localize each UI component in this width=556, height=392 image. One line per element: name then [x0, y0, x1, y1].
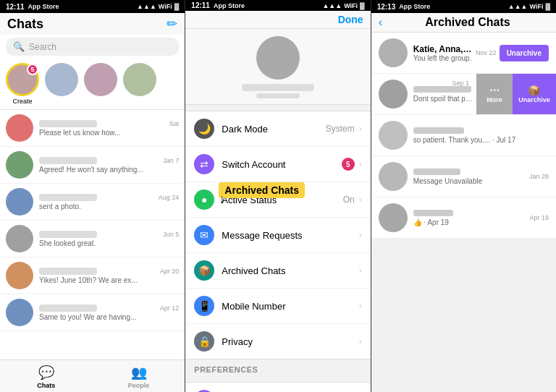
chat-name-row: Sat — [39, 120, 179, 127]
avatar — [6, 225, 33, 252]
edit-icon[interactable]: ✏ — [167, 16, 177, 32]
archived-chat-preview: Dont spoil that precious baby... — [413, 95, 473, 103]
list-item[interactable]: Aug 24 sent a photo. — [0, 184, 185, 221]
more-action[interactable]: ⋯ More — [476, 74, 513, 114]
archived-chat-name-blurred — [413, 127, 464, 134]
archived-chat-time: Nov 22 — [476, 49, 497, 56]
chat-name-row: Aug 24 — [39, 194, 179, 201]
settings-item-archived-chats[interactable]: 📦 Archived Chats › — [185, 253, 370, 289]
avatar — [379, 162, 408, 191]
unarchive-button[interactable]: Unarchive — [500, 45, 549, 61]
people-nav-label: People — [128, 382, 150, 389]
archived-chat-content: so patient. Thank you.... · Jul 17 — [413, 127, 549, 144]
chat-time: Jan 7 — [163, 157, 179, 164]
list-item[interactable]: Apr 12 Same to you! We are having... — [0, 294, 185, 331]
status-bar-panel1: 12:11 App Store ▲▲▲ WiFi ▓ — [0, 0, 185, 13]
archived-chats-header: ‹ Archived Chats — [371, 13, 556, 33]
list-item[interactable]: so patient. Thank you.... · Jul 17 — [371, 115, 556, 156]
nav-item-people[interactable]: 👥 People — [93, 365, 185, 389]
avatar — [6, 188, 33, 216]
back-button[interactable]: ‹ — [379, 16, 382, 29]
profile-name — [242, 84, 314, 91]
avatar — [6, 151, 33, 179]
story-avatar-4 — [123, 63, 156, 96]
settings-item-privacy[interactable]: 🔒 Privacy › — [185, 324, 370, 359]
list-item[interactable]: 👍 · Apr 19 Apr 19 — [371, 197, 556, 239]
story-item-4[interactable] — [123, 63, 156, 105]
time-panel3: 12:13 — [377, 3, 396, 11]
preferences-section: 🔔 Notifications & Sounds Off › 👥 Phone C… — [185, 382, 370, 392]
chat-name — [39, 268, 97, 275]
story-item-2[interactable] — [45, 63, 78, 105]
story-item-create[interactable]: 5 Create — [6, 63, 39, 105]
settings-item-mobile-number[interactable]: 📱 Mobile Number › — [185, 289, 370, 324]
status-bar-left: 12:11 App Store — [6, 3, 59, 11]
archived-chat-name-blurred — [413, 169, 460, 175]
list-item[interactable]: Jun 5 She looked great. — [0, 221, 185, 257]
archived-chat-preview: Message Unavailable — [413, 177, 526, 185]
chat-content: Apr 20 Yikes! June 10th? We are ex... — [39, 268, 179, 284]
chevron-icon: › — [359, 265, 362, 276]
archived-chats-title: Archived Chats — [387, 16, 549, 29]
settings-item-notifications[interactable]: 🔔 Notifications & Sounds Off › — [185, 383, 370, 392]
profile-sub — [256, 93, 300, 98]
signal-icon-3: ▲▲▲ — [508, 3, 528, 10]
status-bar-right-2: ▲▲▲ WiFi ▓ — [322, 2, 364, 9]
archived-chat-preview: You left the group. — [413, 54, 473, 62]
chats-title: Chats — [7, 17, 43, 32]
people-nav-icon: 👥 — [131, 365, 147, 380]
archived-chat-preview: 👍 · Apr 19 — [413, 218, 527, 226]
mobile-number-icon: 📱 — [194, 296, 214, 316]
privacy-label: Privacy — [222, 336, 358, 347]
chat-name-row: Apr 12 — [39, 304, 179, 312]
story-avatar-3 — [84, 63, 117, 96]
archived-chats-annotation: Archived Chats — [219, 182, 305, 198]
nav-item-chats[interactable]: 💬 Chats — [0, 365, 93, 389]
avatar — [379, 121, 408, 150]
chat-name-row: Apr 20 — [39, 268, 179, 275]
more-label: More — [486, 96, 502, 103]
chat-name — [39, 120, 97, 127]
chat-time: Sat — [169, 120, 180, 127]
done-button[interactable]: Done — [338, 14, 363, 25]
settings-item-dark-mode[interactable]: 🌙 Dark Mode System › — [185, 111, 370, 147]
list-item[interactable]: Jan 7 Agreed! He won't say anything... — [0, 147, 185, 184]
search-icon: 🔍 — [13, 41, 25, 52]
wifi-icon: WiFi — [159, 3, 172, 10]
swipe-unarchive-action[interactable]: 📦 Unarchive — [513, 74, 556, 114]
chat-name — [39, 194, 97, 201]
wifi-icon-2: WiFi — [344, 2, 358, 9]
chevron-icon: › — [359, 124, 362, 134]
search-placeholder: Search — [29, 42, 56, 52]
archived-chat-content: Dont spoil that precious baby... — [413, 86, 473, 103]
profile-section — [185, 29, 370, 105]
chat-preview: Please let us know how... — [39, 129, 179, 137]
status-bar-right: ▲▲▲ WiFi ▓ — [137, 3, 179, 10]
list-item[interactable]: Sat Please let us know how... — [0, 110, 185, 147]
chat-preview: She looked great. — [39, 239, 179, 247]
panel-chats: 12:11 App Store ▲▲▲ WiFi ▓ Chats ✏ 🔍 Sea… — [0, 0, 185, 392]
search-bar[interactable]: 🔍 Search — [6, 38, 179, 56]
chevron-icon: › — [359, 301, 362, 311]
stories-row: 5 Create — [0, 59, 185, 109]
dark-mode-icon: 🌙 — [194, 119, 214, 139]
archived-chat-preview: so patient. Thank you.... · Jul 17 — [413, 136, 549, 144]
panel-settings: 12:11 App Store ▲▲▲ WiFi ▓ Done 🌙 Dark M… — [185, 0, 370, 392]
message-requests-icon: ✉ — [194, 225, 214, 245]
story-item-3[interactable] — [84, 63, 117, 105]
list-item[interactable]: Katie, Anna, Michael, Richard... You lef… — [371, 33, 556, 74]
chat-content: Apr 12 Same to you! We are having... — [39, 304, 179, 321]
list-item[interactable]: Message Unavailable Jan 28 — [371, 156, 556, 197]
settings-item-message-requests[interactable]: ✉ Message Requests › — [185, 218, 370, 253]
list-item[interactable]: Dont spoil that precious baby... ⋯ More … — [371, 74, 556, 115]
time-panel2: 12:11 — [191, 1, 210, 9]
settings-item-switch-account[interactable]: ⇄ Switch Account 5 › — [185, 147, 370, 182]
avatar — [6, 299, 33, 326]
list-item[interactable]: Apr 20 Yikes! June 10th? We are ex... — [0, 257, 185, 294]
own-avatar: 5 — [6, 63, 39, 96]
avatar — [379, 38, 408, 67]
archived-chat-name-blurred — [413, 210, 453, 216]
preferences-header: PREFERENCES — [185, 359, 370, 376]
swipe-unarchive-label: Unarchive — [518, 96, 550, 103]
archived-chats-label: Archived Chats — [222, 265, 358, 276]
